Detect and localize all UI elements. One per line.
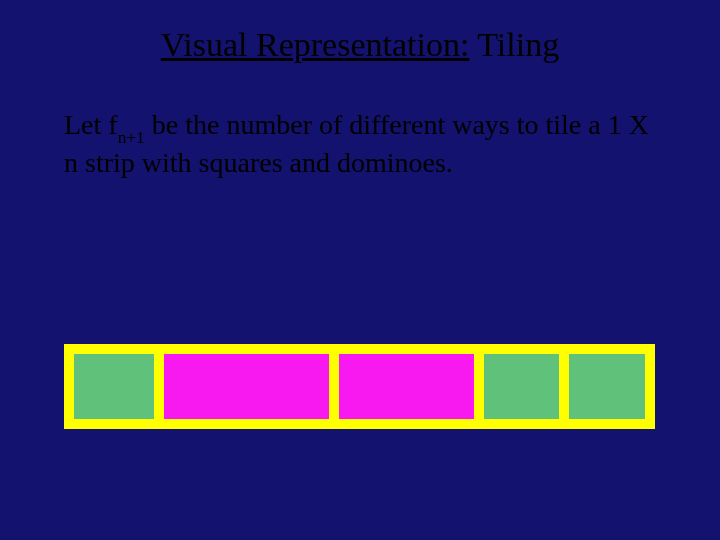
body-post: be the number of different ways to tile …	[64, 109, 649, 178]
title-text-a: Visual Representation:	[161, 26, 470, 63]
tile-square	[74, 354, 154, 419]
body-subscript: n+1	[118, 128, 145, 147]
tile-square	[569, 354, 645, 419]
tile-domino	[164, 354, 329, 419]
body-pre: Let f	[64, 109, 118, 140]
title-text-b: Tiling	[469, 26, 559, 63]
slide-title: Visual Representation: Tiling	[0, 0, 720, 74]
tiling-strip	[64, 344, 655, 429]
tile-square	[484, 354, 560, 419]
tile-domino	[339, 354, 473, 419]
body-text: Let fn+1 be the number of different ways…	[0, 74, 720, 180]
